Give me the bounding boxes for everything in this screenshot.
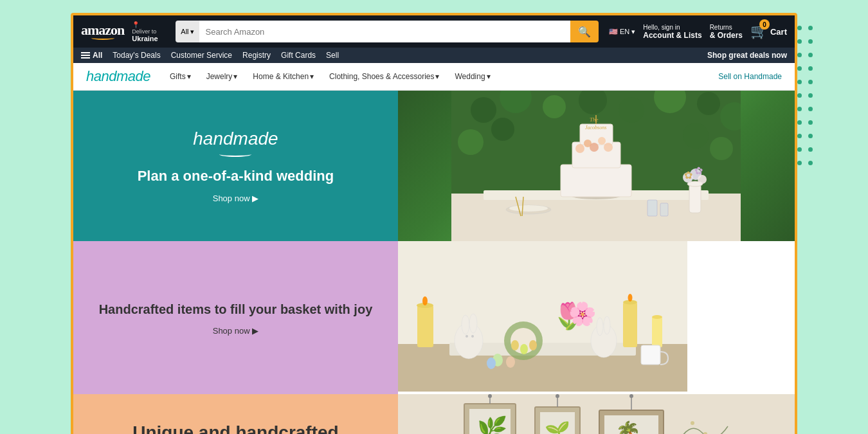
language-label: EN xyxy=(620,28,629,35)
cart-button[interactable]: 🛒 0 Cart xyxy=(750,23,787,40)
svg-point-10 xyxy=(491,118,514,141)
flag-icon: 🇺🇸 xyxy=(609,28,618,36)
handmade-nav-wedding[interactable]: Wedding ▾ xyxy=(455,72,490,81)
search-input[interactable] xyxy=(199,21,570,42)
banner-spring-right: 🌷 🌸 xyxy=(398,241,795,394)
svg-point-70 xyxy=(506,356,515,368)
svg-point-67 xyxy=(652,315,662,319)
nav-right: 🇺🇸 EN ▾ Hello, sign in Account & Lists R… xyxy=(609,23,787,40)
returns-button[interactable]: Returns & Orders xyxy=(710,24,743,40)
search-category-dropdown[interactable]: All ▾ xyxy=(176,21,199,42)
pin-icon: 📍 xyxy=(132,21,140,28)
svg-rect-31 xyxy=(660,203,668,216)
svg-point-51 xyxy=(466,335,468,338)
svg-point-50 xyxy=(469,314,477,333)
svg-point-62 xyxy=(604,316,610,334)
main-content: handmade Plan a one-of-a-kind wedding Sh… xyxy=(73,91,795,434)
handmade-nav-clothing[interactable]: Clothing, Shoes & Accessories ▾ xyxy=(329,72,439,81)
svg-point-60 xyxy=(591,324,617,357)
svg-rect-17 xyxy=(561,165,631,197)
banner1-cta[interactable]: Shop now ▶ xyxy=(213,194,258,203)
spring-scene-svg: 🌷 🌸 xyxy=(398,241,687,392)
svg-point-3 xyxy=(543,95,566,118)
svg-point-27 xyxy=(604,143,613,152)
shop-deals-link[interactable]: Shop great deals now xyxy=(707,51,787,60)
svg-text:🌴: 🌴 xyxy=(615,420,641,434)
subnav-item-registry[interactable]: Registry xyxy=(242,51,271,60)
svg-point-61 xyxy=(597,318,603,336)
svg-point-82 xyxy=(556,394,559,398)
subnav-item-todays-deals[interactable]: Today's Deals xyxy=(113,51,160,60)
svg-point-26 xyxy=(598,137,606,145)
amazon-logo[interactable]: amazon xyxy=(81,23,124,40)
deliver-to[interactable]: 📍 Deliver to Ukraine xyxy=(132,21,170,42)
gifts-chevron: ▾ xyxy=(187,72,191,81)
subnav-item-gift-cards[interactable]: Gift Cards xyxy=(281,51,316,60)
svg-point-87 xyxy=(629,394,633,398)
svg-point-25 xyxy=(590,143,599,152)
svg-rect-34 xyxy=(689,184,701,213)
svg-point-89 xyxy=(691,421,694,425)
svg-rect-66 xyxy=(652,317,662,347)
search-icon: 🔍 xyxy=(578,26,591,38)
banner1-logo: handmade xyxy=(193,129,278,149)
svg-point-12 xyxy=(710,137,733,160)
search-button[interactable]: 🔍 xyxy=(570,21,599,42)
svg-text:✿: ✿ xyxy=(684,170,692,181)
banner1-title: Plan a one-of-a-kind wedding xyxy=(138,167,334,186)
svg-point-52 xyxy=(471,335,474,338)
banner-wedding: handmade Plan a one-of-a-kind wedding Sh… xyxy=(73,91,795,241)
handmade-nav-home-kitchen[interactable]: Home & Kitchen ▾ xyxy=(253,72,314,81)
svg-point-7 xyxy=(697,92,720,115)
svg-point-9 xyxy=(458,129,484,155)
account-line1: Hello, sign in xyxy=(643,24,701,31)
sell-on-handmade-link[interactable]: Sell on Handmade xyxy=(718,72,782,81)
svg-text:The: The xyxy=(590,116,599,123)
wedding-chevron: ▾ xyxy=(487,72,491,81)
banner-unique: Unique and handcrafted 🌿 xyxy=(73,394,795,434)
svg-point-71 xyxy=(487,357,496,369)
banner-unique-right: 🌿 🌱 xyxy=(398,394,795,434)
handmade-nav: handmade Gifts ▾ Jewelry ▾ Home & Kitche… xyxy=(73,63,795,91)
language-chevron: ▾ xyxy=(631,28,635,36)
svg-text:Jacobsons: Jacobsons xyxy=(585,125,606,131)
banner-wedding-left: handmade Plan a one-of-a-kind wedding Sh… xyxy=(73,91,398,241)
handmade-logo[interactable]: handmade xyxy=(86,68,150,85)
banner1-smile xyxy=(219,152,251,157)
banner-unique-left: Unique and handcrafted xyxy=(73,394,398,434)
returns-line2: & Orders xyxy=(710,31,743,40)
search-category-chevron: ▾ xyxy=(190,28,194,36)
svg-rect-63 xyxy=(623,302,637,347)
amazon-logo-text: amazon xyxy=(81,23,124,37)
svg-point-47 xyxy=(422,296,428,305)
svg-point-57 xyxy=(529,340,537,350)
all-menu-label: All xyxy=(93,51,102,60)
svg-point-11 xyxy=(683,123,709,149)
cart-count: 0 xyxy=(759,19,770,30)
account-button[interactable]: Hello, sign in Account & Lists xyxy=(643,24,701,40)
svg-point-65 xyxy=(628,294,632,302)
subnav-item-customer-service[interactable]: Customer Service xyxy=(171,51,232,60)
amazon-navbar: amazon 📍 Deliver to Ukraine All ▾ 🔍 xyxy=(73,15,795,48)
svg-rect-45 xyxy=(417,305,433,347)
svg-rect-42 xyxy=(398,241,687,344)
language-selector[interactable]: 🇺🇸 EN ▾ xyxy=(609,28,635,36)
svg-point-77 xyxy=(488,394,492,398)
unique-scene-svg: 🌿 🌱 xyxy=(451,394,741,434)
banner-spring: Handcrafted items to fill your basket wi… xyxy=(73,241,795,394)
handmade-nav-gifts[interactable]: Gifts ▾ xyxy=(170,72,191,81)
handmade-nav-jewelry[interactable]: Jewelry ▾ xyxy=(206,72,238,81)
all-menu-button[interactable]: All xyxy=(81,51,102,60)
returns-line1: Returns xyxy=(710,24,743,31)
svg-point-56 xyxy=(520,344,528,354)
svg-rect-30 xyxy=(647,200,657,216)
svg-text:🌸: 🌸 xyxy=(568,300,597,327)
svg-point-38 xyxy=(698,175,707,184)
wedding-scene-svg: The Jacobsons xyxy=(451,91,741,241)
banner3-title: Unique and handcrafted xyxy=(132,421,338,434)
banner-wedding-right: The Jacobsons xyxy=(398,91,795,241)
banner2-cta[interactable]: Shop now ▶ xyxy=(213,326,258,336)
account-line2: Account & Lists xyxy=(643,31,701,40)
subnav-item-sell[interactable]: Sell xyxy=(326,51,339,60)
svg-text:🌱: 🌱 xyxy=(545,420,570,434)
